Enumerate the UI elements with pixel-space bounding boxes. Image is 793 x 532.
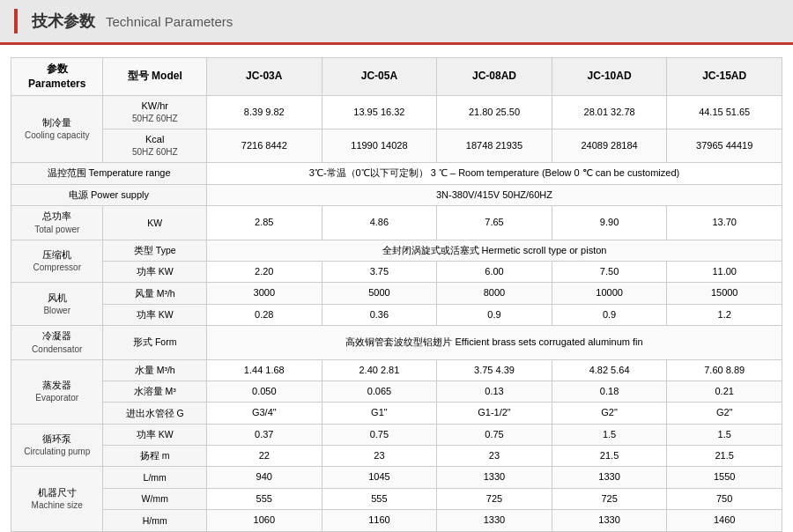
cell-power-supply: 3N-380V/415V 50HZ/60HZ [207,184,782,205]
table-row: 循环泵 Circulating pump 功率 KW 0.37 0.75 0.7… [11,424,782,445]
cell-cooling-kw-jc15ad: 44.15 51.65 [667,95,782,129]
param-condensator: 冷凝器 Condensator [11,326,103,359]
cell-head-jc03a: 22 [207,446,322,467]
cell-pump-kw-jc05a: 0.75 [322,424,437,445]
param-cooling-capacity: 制冷量 Cooling capacity [11,95,103,163]
sub-blower-kw: 功率 KW [103,304,207,325]
cell-wflow-jc15ad: 7.60 8.89 [667,359,782,381]
page-container: 技术参数 Technical Parameters 参数 Parameters … [0,0,793,532]
header-accent-bar [14,9,18,33]
cell-pump-kw-jc15ad: 1.5 [667,424,782,445]
param-compressor: 压缩机 Compressor [11,240,103,283]
cell-cooling-kw-jc08ad: 21.80 25.50 [437,95,552,129]
sub-pipe-diam: 进出水管径 G [103,403,207,424]
cell-comp-kw-jc08ad: 6.00 [437,261,552,282]
cell-wvol-jc08ad: 0.13 [437,381,552,402]
cell-comp-kw-jc05a: 3.75 [322,261,437,282]
cell-pipe-jc03a: G3/4" [207,403,322,424]
cell-w-jc10ad: 725 [552,488,667,509]
cell-w-jc05a: 555 [322,488,437,509]
cell-cooling-kcal-jc05a: 11990 14028 [322,129,437,162]
col-jc03a-header: JC-03A [207,58,322,96]
cell-pipe-jc15ad: G2" [667,403,782,424]
cell-wvol-jc05a: 0.065 [322,381,437,402]
cell-pipe-jc10ad: G2" [552,403,667,424]
cell-wvol-jc15ad: 0.21 [667,381,782,402]
sub-kw-hr: KW/hr 50HZ 60HZ [103,95,207,129]
cell-l-jc05a: 1045 [322,467,437,488]
table-row: 总功率 Total power KW 2.85 4.86 7.65 9.90 1… [11,206,782,240]
col-model-header: 型号 Model [103,58,207,96]
cell-l-jc10ad: 1330 [552,467,667,488]
cell-blower-kw-jc08ad: 0.9 [437,304,552,325]
cell-comp-type: 全封闭涡旋式或活塞式 Hermetic scroll type or pisto… [207,240,782,261]
table-row: Kcal 50HZ 60HZ 7216 8442 11990 14028 187… [11,129,782,162]
table-container: 参数 Parameters 型号 Model JC-03A JC-05A JC-… [0,45,793,532]
cell-head-jc08ad: 23 [437,446,552,467]
cell-cooling-kw-jc05a: 13.95 16.32 [322,95,437,129]
sub-airflow: 风量 M³/h [103,283,207,304]
sub-water-flow: 水量 M³/h [103,359,207,381]
cell-pump-kw-jc03a: 0.37 [207,424,322,445]
cell-cooling-kcal-jc08ad: 18748 21935 [437,129,552,162]
cell-h-jc08ad: 1330 [437,510,552,531]
sub-kcal: Kcal 50HZ 60HZ [103,129,207,162]
cell-l-jc03a: 940 [207,467,322,488]
cell-airflow-jc03a: 3000 [207,283,322,304]
table-row: 功率 KW 2.20 3.75 6.00 7.50 11.00 [11,261,782,282]
table-row: 功率 KW 0.28 0.36 0.9 0.9 1.2 [11,304,782,325]
cell-head-jc10ad: 21.5 [552,446,667,467]
param-blower: 风机 Blower [11,283,103,326]
sub-water-vol: 水溶量 M³ [103,381,207,402]
cell-cond-form: 高效铜管套波纹型铝翅片 Efficient brass sets corruga… [207,326,782,359]
cell-blower-kw-jc10ad: 0.9 [552,304,667,325]
param-machine-size: 机器尺寸 Machine size [11,467,103,531]
cell-h-jc05a: 1160 [322,510,437,531]
sub-kw: KW [103,206,207,240]
col-jc05a-header: JC-05A [322,58,437,96]
cell-wflow-jc08ad: 3.75 4.39 [437,359,552,381]
cell-pump-kw-jc08ad: 0.75 [437,424,552,445]
cell-cooling-kcal-jc03a: 7216 8442 [207,129,322,162]
cell-wflow-jc03a: 1.44 1.68 [207,359,322,381]
cell-w-jc08ad: 725 [437,488,552,509]
table-row: H/mm 1060 1160 1330 1330 1460 [11,510,782,531]
cell-h-jc03a: 1060 [207,510,322,531]
tech-params-table: 参数 Parameters 型号 Model JC-03A JC-05A JC-… [11,57,782,532]
col-jc08ad-header: JC-08AD [437,58,552,96]
cell-w-jc15ad: 750 [667,488,782,509]
cell-power-jc08ad: 7.65 [437,206,552,240]
table-row: 水溶量 M³ 0.050 0.065 0.13 0.18 0.21 [11,381,782,402]
header-title-en: Technical Parameters [106,14,233,29]
cell-pipe-jc05a: G1" [322,403,437,424]
cell-h-jc15ad: 1460 [667,510,782,531]
sub-pump-kw: 功率 KW [103,424,207,445]
cell-airflow-jc08ad: 8000 [437,283,552,304]
param-total-power: 总功率 Total power [11,206,103,240]
cell-power-jc10ad: 9.90 [552,206,667,240]
cell-h-jc10ad: 1330 [552,510,667,531]
cell-cooling-kcal-jc15ad: 37965 44419 [667,129,782,162]
cell-blower-kw-jc15ad: 1.2 [667,304,782,325]
table-row: 制冷量 Cooling capacity KW/hr 50HZ 60HZ 8.3… [11,95,782,129]
col-param-header: 参数 Parameters [11,58,103,96]
cell-comp-kw-jc03a: 2.20 [207,261,322,282]
cell-wflow-jc05a: 2.40 2.81 [322,359,437,381]
cell-power-jc15ad: 13.70 [667,206,782,240]
cell-power-jc03a: 2.85 [207,206,322,240]
table-row: 温控范围 Temperature range 3℃-常温（0℃以下可定制） 3 … [11,163,782,184]
table-row: 蒸发器 Evaporator 水量 M³/h 1.44 1.68 2.40 2.… [11,359,782,381]
cell-power-jc05a: 4.86 [322,206,437,240]
cell-comp-kw-jc10ad: 7.50 [552,261,667,282]
cell-temp-range: 3℃-常温（0℃以下可定制） 3 ℃ – Room temperature (B… [207,163,782,184]
cell-pump-kw-jc10ad: 1.5 [552,424,667,445]
cell-head-jc15ad: 21.5 [667,446,782,467]
table-row: 进出水管径 G G3/4" G1" G1-1/2" G2" G2" [11,403,782,424]
table-row: 机器尺寸 Machine size L/mm 940 1045 1330 133… [11,467,782,488]
table-row: 冷凝器 Condensator 形式 Form 高效铜管套波纹型铝翅片 Effi… [11,326,782,359]
sub-head: 扬程 m [103,446,207,467]
sub-height: H/mm [103,510,207,531]
sub-comp-kw: 功率 KW [103,261,207,282]
sub-comp-type: 类型 Type [103,240,207,261]
cell-blower-kw-jc03a: 0.28 [207,304,322,325]
